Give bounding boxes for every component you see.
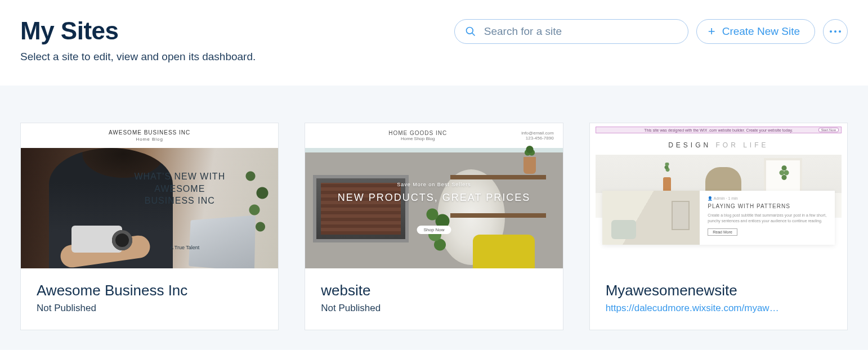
ellipsis-icon <box>830 30 841 33</box>
site-status: Not Published <box>321 303 547 314</box>
site-name: website <box>321 282 547 299</box>
site-card-footer: website Not Published <box>305 268 562 330</box>
thumb-plant-graphic <box>412 201 463 268</box>
site-card-footer: Myawesomenewsite https://dalecudmore.wix… <box>590 268 847 330</box>
search-icon <box>465 26 476 37</box>
thumb-hero-text: WHAT'S NEW WITH AWESOME BUSINESS INC <box>132 170 227 207</box>
svg-point-0 <box>466 28 473 34</box>
site-card[interactable]: HOME GOODS INC Home Shop Blog info@email… <box>305 123 563 330</box>
site-thumbnail: This site was designed with the WIX .com… <box>590 123 847 268</box>
thumb-inset-body: Create a blog post subtitle that summari… <box>708 213 827 224</box>
thumb-header: HOME GOODS INC Home Shop Blog info@email… <box>305 123 562 148</box>
thumb-brand: DESIGN FOR LIFE <box>590 141 847 149</box>
thumb-wix-banner: This site was designed with the WIX .com… <box>596 127 842 133</box>
create-site-button[interactable]: + Create New Site <box>696 19 815 44</box>
site-thumbnail: AWESOME BUSINESS INC Home Blog WHAT'S NE… <box>21 123 278 268</box>
thumb-brand: AWESOME BUSINESS INC <box>109 129 190 136</box>
sites-grid: AWESOME BUSINESS INC Home Blog WHAT'S NE… <box>20 123 848 330</box>
create-site-label: Create New Site <box>722 25 800 38</box>
plus-icon: + <box>708 25 715 38</box>
site-name: Myawesomenewsite <box>606 282 831 299</box>
site-card-footer: Awesome Business Inc Not Published <box>21 268 278 330</box>
sites-grid-area: AWESOME BUSINESS INC Home Blog WHAT'S NE… <box>0 86 868 350</box>
thumb-hero: WHAT'S NEW WITH AWESOME BUSINESS INC A T… <box>21 148 278 268</box>
thumb-cta-pill: Shop Now <box>417 226 451 234</box>
search-input[interactable] <box>484 25 678 38</box>
search-box[interactable] <box>454 19 688 44</box>
thumb-camera-graphic <box>71 226 122 253</box>
thumb-hero: 👤 Admin · 1 min PLAYING WITH PATTERNS Cr… <box>596 155 842 218</box>
thumb-header: AWESOME BUSINESS INC Home Blog <box>21 123 278 148</box>
thumb-contact: info@email.com 123-456-7890 <box>521 131 553 141</box>
thumb-nav: Home Blog <box>136 137 163 142</box>
header-actions: + Create New Site <box>454 17 848 44</box>
site-card[interactable]: AWESOME BUSINESS INC Home Blog WHAT'S NE… <box>20 123 279 330</box>
thumb-hero-subtext: A True Talent <box>170 245 199 250</box>
thumb-hero-text: NEW PRODUCTS, GREAT PRICES <box>305 192 562 204</box>
thumb-brand: HOME GOODS INC <box>388 130 447 136</box>
thumb-hero: Save More on Best Sellers NEW PRODUCTS, … <box>305 152 562 268</box>
thumb-brand-a: DESIGN <box>668 141 711 149</box>
thumb-hero-smalltext: Save More on Best Sellers <box>305 182 562 187</box>
more-actions-button[interactable] <box>823 19 848 44</box>
page-header: My Sites Select a site to edit, view and… <box>0 0 868 86</box>
site-card[interactable]: This site was designed with the WIX .com… <box>589 123 848 330</box>
thumb-inset-heading: PLAYING WITH PATTERNS <box>708 203 827 209</box>
page-subtitle: Select a site to edit, view and open its… <box>20 51 454 63</box>
thumb-shelf-graphic <box>450 175 546 179</box>
site-status: Not Published <box>37 303 262 314</box>
thumb-inset-author: 👤 Admin · 1 min <box>708 196 827 201</box>
svg-line-1 <box>472 33 475 36</box>
header-left: My Sites Select a site to edit, view and… <box>20 17 454 63</box>
thumb-banner-button: Start Now <box>818 128 839 132</box>
thumb-pot-graphic <box>524 157 536 174</box>
thumb-inset-text: 👤 Admin · 1 min PLAYING WITH PATTERNS Cr… <box>700 191 835 245</box>
site-name: Awesome Business Inc <box>37 282 262 299</box>
thumb-banner-text: This site was designed with the WIX .com… <box>644 128 793 132</box>
thumb-inset-card: 👤 Admin · 1 min PLAYING WITH PATTERNS Cr… <box>602 191 835 245</box>
thumb-inset-photo <box>602 191 700 245</box>
thumb-plant-graphic <box>239 154 278 266</box>
thumb-brand-b: FOR LIFE <box>715 141 768 149</box>
page-title: My Sites <box>20 17 454 45</box>
site-url[interactable]: https://dalecudmore.wixsite.com/myaw… <box>606 303 831 314</box>
thumb-inset-button: Read More <box>708 228 737 236</box>
thumb-chair-graphic <box>473 235 535 268</box>
site-thumbnail: HOME GOODS INC Home Shop Blog info@email… <box>305 123 562 268</box>
thumb-shelf-graphic <box>450 213 546 218</box>
thumb-nav: Home Shop Blog <box>401 136 435 141</box>
